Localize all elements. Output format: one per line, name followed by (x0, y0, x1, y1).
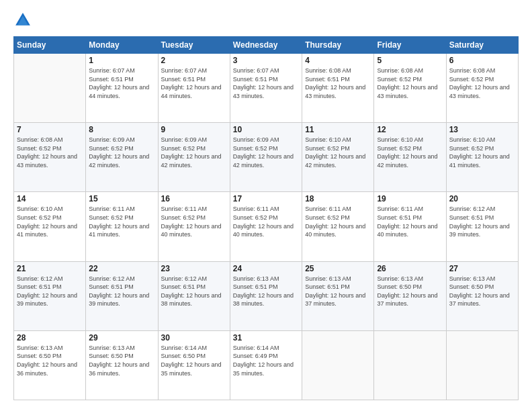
day-number: 19 (377, 194, 443, 203)
calendar-cell: 10Sunrise: 6:09 AMSunset: 6:52 PMDayligh… (230, 123, 302, 192)
calendar-cell: 15Sunrise: 6:11 AMSunset: 6:52 PMDayligh… (86, 192, 158, 261)
day-info: Sunrise: 6:10 AMSunset: 6:52 PMDaylight:… (377, 136, 443, 169)
day-info: Sunrise: 6:07 AMSunset: 6:51 PMDaylight:… (89, 66, 154, 100)
day-number: 21 (17, 264, 83, 273)
day-info: Sunrise: 6:11 AMSunset: 6:52 PMDaylight:… (161, 205, 227, 238)
day-info: Sunrise: 6:08 AMSunset: 6:51 PMDaylight:… (305, 66, 371, 100)
day-info: Sunrise: 6:08 AMSunset: 6:52 PMDaylight:… (449, 66, 515, 100)
calendar-cell: 25Sunrise: 6:13 AMSunset: 6:51 PMDayligh… (302, 261, 374, 330)
calendar-cell (302, 330, 374, 400)
calendar-cell: 30Sunrise: 6:14 AMSunset: 6:50 PMDayligh… (158, 330, 230, 400)
day-info: Sunrise: 6:09 AMSunset: 6:52 PMDaylight:… (89, 136, 154, 169)
day-number: 9 (161, 125, 227, 134)
logo-icon (13, 11, 32, 30)
logo (13, 11, 35, 30)
day-info: Sunrise: 6:12 AMSunset: 6:51 PMDaylight:… (17, 275, 83, 308)
day-number: 22 (89, 264, 154, 273)
calendar-cell: 1Sunrise: 6:07 AMSunset: 6:51 PMDaylight… (86, 54, 158, 123)
calendar-cell: 3Sunrise: 6:07 AMSunset: 6:51 PMDaylight… (230, 54, 302, 123)
day-number: 25 (305, 264, 371, 273)
day-info: Sunrise: 6:10 AMSunset: 6:52 PMDaylight:… (449, 136, 515, 169)
day-number: 6 (449, 56, 515, 65)
day-number: 5 (377, 56, 443, 65)
calendar-cell: 19Sunrise: 6:11 AMSunset: 6:51 PMDayligh… (374, 192, 446, 261)
day-number: 10 (233, 125, 299, 134)
calendar-cell: 5Sunrise: 6:08 AMSunset: 6:52 PMDaylight… (374, 54, 446, 123)
day-info: Sunrise: 6:13 AMSunset: 6:51 PMDaylight:… (233, 275, 299, 308)
day-number: 31 (233, 333, 299, 342)
calendar-cell (374, 330, 446, 400)
day-number: 16 (161, 194, 227, 203)
calendar-cell: 24Sunrise: 6:13 AMSunset: 6:51 PMDayligh… (230, 261, 302, 330)
day-number: 13 (449, 125, 515, 134)
day-info: Sunrise: 6:08 AMSunset: 6:52 PMDaylight:… (377, 66, 443, 100)
weekday-header: Sunday (14, 37, 86, 54)
day-info: Sunrise: 6:10 AMSunset: 6:52 PMDaylight:… (305, 136, 371, 169)
day-number: 27 (449, 264, 515, 273)
calendar-cell: 27Sunrise: 6:13 AMSunset: 6:50 PMDayligh… (446, 261, 518, 330)
calendar-cell: 23Sunrise: 6:12 AMSunset: 6:51 PMDayligh… (158, 261, 230, 330)
calendar-cell: 6Sunrise: 6:08 AMSunset: 6:52 PMDaylight… (446, 54, 518, 123)
day-number: 26 (377, 264, 443, 273)
calendar-cell: 16Sunrise: 6:11 AMSunset: 6:52 PMDayligh… (158, 192, 230, 261)
calendar-cell: 20Sunrise: 6:12 AMSunset: 6:51 PMDayligh… (446, 192, 518, 261)
calendar-cell: 13Sunrise: 6:10 AMSunset: 6:52 PMDayligh… (446, 123, 518, 192)
day-number: 7 (17, 125, 83, 134)
day-number: 24 (233, 264, 299, 273)
day-info: Sunrise: 6:13 AMSunset: 6:50 PMDaylight:… (17, 344, 83, 377)
day-info: Sunrise: 6:13 AMSunset: 6:50 PMDaylight:… (89, 344, 154, 377)
day-info: Sunrise: 6:11 AMSunset: 6:52 PMDaylight:… (305, 205, 371, 238)
page: SundayMondayTuesdayWednesdayThursdayFrid… (0, 0, 532, 411)
day-number: 18 (305, 194, 371, 203)
day-info: Sunrise: 6:07 AMSunset: 6:51 PMDaylight:… (161, 66, 227, 100)
weekday-header: Monday (86, 37, 158, 54)
day-info: Sunrise: 6:11 AMSunset: 6:52 PMDaylight:… (233, 205, 299, 238)
calendar-cell: 31Sunrise: 6:14 AMSunset: 6:49 PMDayligh… (230, 330, 302, 400)
day-info: Sunrise: 6:08 AMSunset: 6:52 PMDaylight:… (17, 136, 83, 169)
day-number: 20 (449, 194, 515, 203)
calendar-cell: 29Sunrise: 6:13 AMSunset: 6:50 PMDayligh… (86, 330, 158, 400)
calendar-cell: 18Sunrise: 6:11 AMSunset: 6:52 PMDayligh… (302, 192, 374, 261)
calendar-cell: 4Sunrise: 6:08 AMSunset: 6:51 PMDaylight… (302, 54, 374, 123)
day-number: 4 (305, 56, 371, 65)
day-number: 14 (17, 194, 83, 203)
calendar-cell: 28Sunrise: 6:13 AMSunset: 6:50 PMDayligh… (14, 330, 86, 400)
weekday-header: Tuesday (158, 37, 230, 54)
day-info: Sunrise: 6:12 AMSunset: 6:51 PMDaylight:… (161, 275, 227, 308)
day-info: Sunrise: 6:11 AMSunset: 6:52 PMDaylight:… (89, 205, 154, 238)
calendar-cell: 7Sunrise: 6:08 AMSunset: 6:52 PMDaylight… (14, 123, 86, 192)
calendar-cell: 21Sunrise: 6:12 AMSunset: 6:51 PMDayligh… (14, 261, 86, 330)
day-info: Sunrise: 6:13 AMSunset: 6:51 PMDaylight:… (305, 275, 371, 308)
day-number: 2 (161, 56, 227, 65)
calendar-cell (14, 54, 86, 123)
day-number: 3 (233, 56, 299, 65)
day-number: 28 (17, 333, 83, 342)
day-info: Sunrise: 6:09 AMSunset: 6:52 PMDaylight:… (233, 136, 299, 169)
weekday-header: Friday (374, 37, 446, 54)
weekday-header: Wednesday (230, 37, 302, 54)
calendar-table: SundayMondayTuesdayWednesdayThursdayFrid… (13, 36, 519, 400)
day-info: Sunrise: 6:12 AMSunset: 6:51 PMDaylight:… (89, 275, 154, 308)
day-number: 23 (161, 264, 227, 273)
day-number: 17 (233, 194, 299, 203)
day-info: Sunrise: 6:14 AMSunset: 6:49 PMDaylight:… (233, 344, 299, 377)
day-number: 29 (89, 333, 154, 342)
day-number: 8 (89, 125, 154, 134)
day-info: Sunrise: 6:13 AMSunset: 6:50 PMDaylight:… (449, 275, 515, 308)
day-info: Sunrise: 6:09 AMSunset: 6:52 PMDaylight:… (161, 136, 227, 169)
calendar-cell (446, 330, 518, 400)
calendar-cell: 9Sunrise: 6:09 AMSunset: 6:52 PMDaylight… (158, 123, 230, 192)
calendar-cell: 8Sunrise: 6:09 AMSunset: 6:52 PMDaylight… (86, 123, 158, 192)
calendar-cell: 17Sunrise: 6:11 AMSunset: 6:52 PMDayligh… (230, 192, 302, 261)
calendar-cell: 26Sunrise: 6:13 AMSunset: 6:50 PMDayligh… (374, 261, 446, 330)
day-info: Sunrise: 6:12 AMSunset: 6:51 PMDaylight:… (449, 205, 515, 238)
weekday-header: Thursday (302, 37, 374, 54)
calendar-cell: 11Sunrise: 6:10 AMSunset: 6:52 PMDayligh… (302, 123, 374, 192)
calendar-cell: 22Sunrise: 6:12 AMSunset: 6:51 PMDayligh… (86, 261, 158, 330)
day-number: 15 (89, 194, 154, 203)
calendar-cell: 2Sunrise: 6:07 AMSunset: 6:51 PMDaylight… (158, 54, 230, 123)
day-info: Sunrise: 6:11 AMSunset: 6:51 PMDaylight:… (377, 205, 443, 238)
calendar-cell: 14Sunrise: 6:10 AMSunset: 6:52 PMDayligh… (14, 192, 86, 261)
day-number: 30 (161, 333, 227, 342)
day-number: 1 (89, 56, 154, 65)
